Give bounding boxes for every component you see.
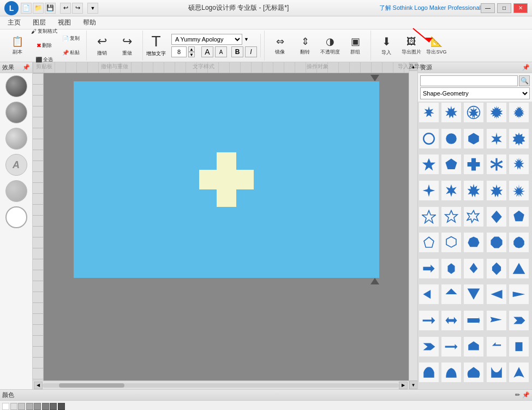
shape-hexagon2[interactable] [441,233,461,252]
shape-arrow5[interactable] [464,311,483,330]
color-pin-icon[interactable]: 📌 [522,391,530,399]
shape-star6outline[interactable] [441,207,461,227]
redo-btn[interactable]: ↪ 重做 [115,32,139,60]
category-select[interactable]: Shape-Geometry [420,87,530,99]
hscroll-right-btn[interactable]: ▶ [399,382,408,389]
shape-diamond2[interactable] [441,259,461,278]
font-size-up[interactable]: ▲ [188,46,195,52]
canvas-container[interactable] [44,73,409,381]
effect-text-a[interactable]: A [5,154,27,176]
swatch-darkgray2[interactable] [58,403,65,410]
maximize-button[interactable]: □ [497,3,511,13]
vscroll-down-btn[interactable]: ▼ [409,381,418,389]
color-edit-icon[interactable]: ✏ [515,391,520,399]
shape-star5outline[interactable] [419,207,439,227]
swatch-lightgray1[interactable] [10,403,17,410]
effect-outline-sphere[interactable] [5,206,27,228]
shape-cross-plus[interactable] [464,155,483,174]
redo-title-btn[interactable]: ↪ [72,3,83,14]
shape-circle-outline[interactable] [419,129,439,148]
shape-chevron[interactable] [509,311,529,330]
undo-btn[interactable]: ↩ 撤销 [90,32,114,60]
shape-arrow-up[interactable] [441,284,461,304]
menu-help[interactable]: 帮助 [77,17,101,28]
swatch-gray3[interactable] [42,403,49,410]
shape-star8pts[interactable] [487,129,506,148]
shape-curve1[interactable] [419,363,439,382]
bold-btn[interactable]: B [231,46,243,57]
shape-curve2[interactable] [441,363,461,382]
shape-tri3[interactable] [464,284,483,304]
hscroll-left-btn[interactable]: ◀ [34,382,43,389]
shape-nonagon[interactable] [509,233,529,252]
shape-spiky[interactable] [509,181,529,200]
shape-octagon[interactable] [487,233,506,252]
paste-copy-btn[interactable]: 📄 复制 [59,32,83,45]
shape-star6[interactable] [441,181,461,200]
paste-btn[interactable]: 📌 粘贴 [59,46,83,60]
undo-title-btn[interactable]: ↩ [60,3,71,14]
shape-tri4[interactable] [487,284,506,304]
shape-heptagon[interactable] [464,233,483,252]
shape-arrow10[interactable] [487,337,506,356]
shape-hexagon[interactable] [464,129,483,148]
shape-parallelogram[interactable] [509,337,529,356]
shape-circle-filled[interactable] [441,129,461,148]
hscroll-thumb[interactable] [59,383,124,388]
effect-flat-sphere[interactable] [5,180,27,202]
flip-btn[interactable]: ⇕ 翻转 [293,32,317,60]
shape-arrow4[interactable] [441,311,461,330]
shape-star5[interactable] [419,155,439,174]
shape-arrow-r2[interactable] [419,284,439,304]
shape-starburst8[interactable] [419,103,439,122]
shape-star4[interactable] [419,181,439,200]
font-select[interactable]: A Yummy Apology [171,34,242,45]
shape-tri5[interactable] [509,284,529,304]
import-btn[interactable]: ⬇ 导入 [374,32,398,60]
font-dropdown-arrow[interactable]: ▼ [244,37,249,42]
shape-curve4[interactable] [509,363,529,382]
add-text-label[interactable]: 增加文字 [146,50,166,57]
shape-badge[interactable] [509,129,529,148]
font-size-down[interactable]: ▼ [188,52,195,57]
font-size-input[interactable] [171,46,187,57]
swatch-white[interactable] [2,403,9,410]
shape-arrow7[interactable] [419,337,439,356]
menu-extra[interactable]: ▼ [87,3,98,14]
export-svg-btn[interactable]: 📐 导出SVG [425,32,449,60]
effect-light-sphere[interactable] [5,128,27,150]
effect-dark-sphere[interactable] [5,75,27,97]
save-btn[interactable]: 💾 [45,3,56,14]
shape-arrow9[interactable] [464,337,483,356]
shape-star7[interactable] [464,181,483,200]
search-button[interactable]: 🔍 [519,75,530,86]
shape-pentagon3[interactable] [419,233,439,252]
shape-arrow8[interactable] [441,337,461,356]
shape-starburst16[interactable] [509,103,529,122]
export-img-btn[interactable]: 🖼 导出图片 [399,32,423,60]
italic-btn[interactable]: I [245,46,257,57]
shape-triangle[interactable] [509,259,529,278]
shape-diamond[interactable] [487,207,506,227]
new-btn[interactable]: 📄 [21,3,32,14]
hscrollbar[interactable]: ◀ ▶ [33,381,409,389]
shape-arrow-r1[interactable] [419,259,439,278]
opacity-btn[interactable]: ◑ 不透明度 [318,32,342,60]
search-input[interactable] [420,75,518,86]
shape-pentagon4[interactable] [464,363,483,382]
shape-star8[interactable] [487,181,506,200]
open-btn[interactable]: 📁 [33,3,44,14]
swatch-gray2[interactable] [34,403,41,410]
shape-asterisk[interactable] [487,155,506,174]
menu-home[interactable]: 主页 [2,17,26,28]
shape-pentagon[interactable] [441,155,461,174]
mirror-btn[interactable]: ⇔ 镜像 [268,32,292,60]
shape-pentagon2[interactable] [509,207,529,227]
shape-star7outline[interactable] [464,207,483,227]
swatch-darkgray1[interactable] [50,403,57,410]
effect-med-sphere[interactable] [5,102,27,123]
copy-format-btn[interactable]: 🖌 复制格式 [31,25,58,38]
group-btn[interactable]: ▣ 群组 [343,32,367,60]
minimize-button[interactable]: — [481,3,495,13]
shape-starburst5[interactable] [509,155,529,174]
